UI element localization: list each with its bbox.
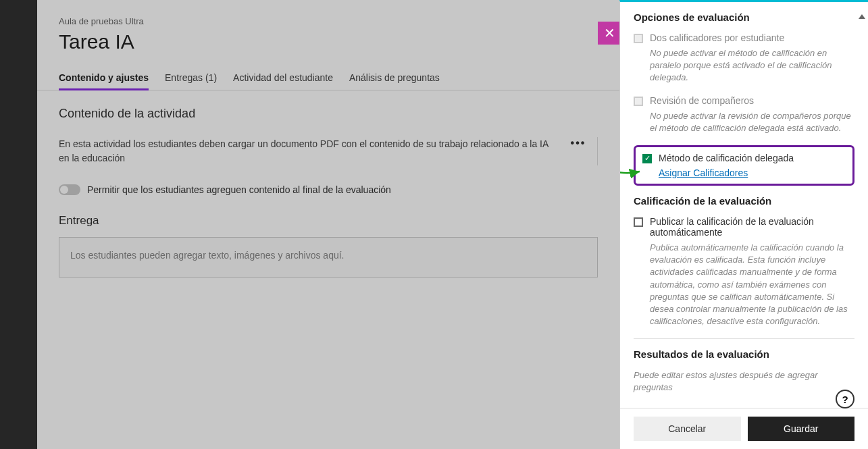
peer-review-checkbox (634, 97, 643, 106)
results-hint: Puede editar estos ajustes después de ag… (634, 369, 854, 394)
two-graders-checkbox (634, 34, 643, 43)
results-heading: Resultados de la evaluación (634, 348, 854, 360)
scroll-up-icon[interactable] (859, 14, 865, 19)
save-button[interactable]: Guardar (748, 417, 855, 441)
help-button[interactable]: ? (836, 390, 854, 408)
help-icon: ? (842, 394, 848, 405)
side-panel-footer: Cancelar Guardar (620, 408, 868, 449)
peer-review-hint: No puede activar la revisión de compañer… (650, 110, 854, 134)
more-options-icon[interactable]: ••• (570, 137, 586, 149)
settings-side-panel: Opciones de evaluación Dos calificadores… (619, 0, 868, 449)
allow-append-toggle-row: Permitir que los estudiantes agreguen co… (59, 184, 598, 195)
auto-post-hint: Publica automáticamente la calificación … (650, 242, 854, 327)
dropzone-placeholder: Los estudiantes pueden agregar texto, im… (70, 250, 344, 261)
two-graders-option: Dos calificadores por estudiante (634, 32, 854, 43)
auto-post-option: Publicar la calificación de la evaluació… (634, 216, 854, 238)
allow-append-toggle[interactable] (59, 184, 80, 195)
assign-graders-link[interactable]: Asignar Calificadores (659, 167, 846, 178)
content-area: Contenido de la actividad En esta activi… (37, 90, 619, 294)
breadcrumb[interactable]: Aula de pruebas Ultra (59, 16, 598, 26)
close-icon: ✕ (604, 25, 615, 41)
description-row: En esta actividad los estudiantes deben … (59, 137, 598, 165)
close-panel-button[interactable]: ✕ (598, 22, 621, 45)
annotation-arrow-icon (620, 158, 642, 178)
tab-submissions[interactable]: Entregas (1) (165, 65, 217, 90)
panel-header: Aula de pruebas Ultra Tarea IA (37, 0, 619, 53)
delegated-checkbox[interactable]: ✓ (642, 154, 652, 163)
two-graders-label: Dos calificadores por estudiante (650, 32, 784, 43)
delegated-grading-highlight: ✓ Método de calificación delegada Asigna… (634, 145, 854, 186)
divider (634, 338, 854, 339)
tab-content-settings[interactable]: Contenido y ajustes (59, 65, 149, 90)
auto-post-label: Publicar la calificación de la evaluació… (650, 216, 854, 238)
delegated-option: ✓ Método de calificación delegada (642, 153, 846, 163)
page-title: Tarea IA (59, 30, 598, 53)
assignment-main-panel: ✕ Aula de pruebas Ultra Tarea IA Conteni… (37, 0, 619, 449)
left-nav-rail (0, 0, 37, 449)
side-panel-scroll[interactable]: Opciones de evaluación Dos calificadores… (620, 2, 868, 408)
rail-icon[interactable] (11, 14, 27, 30)
submission-title: Entrega (59, 214, 598, 228)
submission-dropzone[interactable]: Los estudiantes pueden agregar texto, im… (59, 237, 598, 278)
auto-post-checkbox[interactable] (634, 217, 643, 227)
eval-options-heading: Opciones de evaluación (634, 11, 854, 23)
allow-append-label: Permitir que los estudiantes agreguen co… (87, 184, 391, 195)
section-title: Contenido de la actividad (59, 107, 598, 121)
grade-heading: Calificación de la evaluación (634, 195, 854, 207)
peer-review-label: Revisión de compañeros (650, 95, 754, 106)
cancel-button[interactable]: Cancelar (634, 417, 741, 441)
tabs-bar: Contenido y ajustes Entregas (1) Activid… (37, 65, 619, 90)
two-graders-hint: No puede activar el método de calificaci… (650, 47, 854, 84)
peer-review-option: Revisión de compañeros (634, 95, 854, 106)
activity-description: En esta actividad los estudiantes deben … (59, 137, 559, 165)
tab-question-analysis[interactable]: Análisis de preguntas (349, 65, 440, 90)
delegated-label: Método de calificación delegada (659, 153, 794, 163)
tab-student-activity[interactable]: Actividad del estudiante (233, 65, 333, 90)
